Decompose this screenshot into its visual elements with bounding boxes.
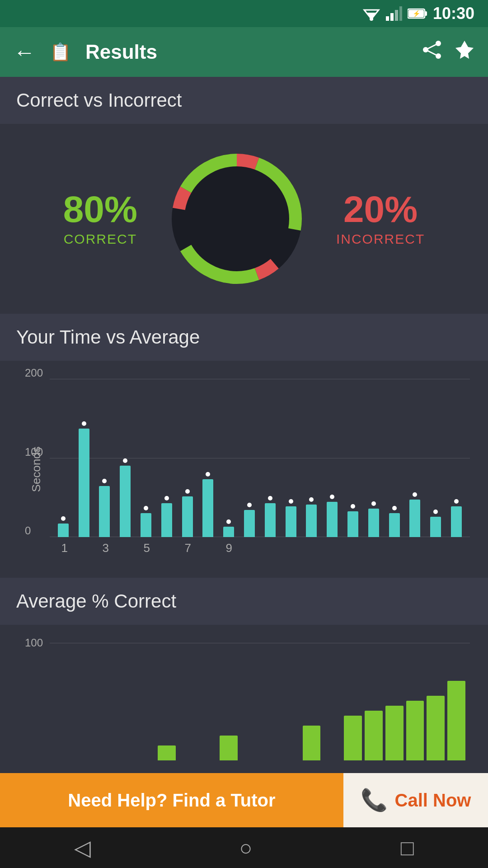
avg-chart-inner: 100 xyxy=(50,643,470,769)
bar-dot xyxy=(102,479,107,483)
avg-bar xyxy=(220,736,238,760)
bar-dot xyxy=(371,501,376,506)
bar-group xyxy=(158,379,176,537)
x-label: 1 xyxy=(54,541,75,555)
bar xyxy=(409,500,420,537)
bar xyxy=(306,505,317,537)
avg-bar xyxy=(303,726,321,760)
bar-group xyxy=(344,379,362,537)
bar-dot xyxy=(164,496,169,500)
bar-dot xyxy=(309,497,314,502)
x-label xyxy=(383,541,404,555)
avg-bar xyxy=(365,711,383,760)
avg-correct-title: Average % Correct xyxy=(16,590,472,612)
incorrect-label: 20% INCORRECT xyxy=(336,191,425,247)
phone-icon: 📞 xyxy=(361,788,388,813)
avg-section: 100 xyxy=(0,625,488,774)
bar xyxy=(430,517,441,537)
incorrect-text: INCORRECT xyxy=(336,231,425,247)
pin-icon[interactable] xyxy=(455,40,474,64)
toolbar-actions xyxy=(422,40,474,64)
bar xyxy=(202,479,213,537)
bar xyxy=(286,506,296,537)
y-value-100: 100 xyxy=(25,446,43,458)
wifi-icon xyxy=(362,6,380,21)
find-tutor-button[interactable]: Need Help? Find a Tutor xyxy=(0,773,343,827)
bar-dot xyxy=(454,499,459,504)
bar xyxy=(141,513,151,537)
call-now-label: Call Now xyxy=(395,790,471,811)
bar-dot xyxy=(144,506,148,510)
signal-icon xyxy=(386,6,402,21)
time-vs-average-header: Your Time vs Average xyxy=(0,314,488,361)
nav-back-button[interactable]: ◁ xyxy=(74,835,91,860)
back-button[interactable]: ← xyxy=(14,40,35,65)
time-display: 10:30 xyxy=(433,4,474,23)
status-icons: ⚡ 10:30 xyxy=(362,4,474,23)
nav-bar: ◁ ○ □ xyxy=(0,827,488,868)
time-chart-section: Seconds 200 100 0 13579 xyxy=(0,361,488,578)
svg-text:⚡: ⚡ xyxy=(412,10,420,18)
bar xyxy=(368,509,379,537)
bar-group xyxy=(220,379,238,537)
avg-bar xyxy=(406,701,424,760)
status-bar: ⚡ 10:30 xyxy=(0,0,488,27)
svg-rect-4 xyxy=(390,13,394,21)
time-vs-average-title: Your Time vs Average xyxy=(16,326,472,348)
avg-bar xyxy=(158,745,176,760)
bar xyxy=(451,506,462,537)
bar xyxy=(327,502,338,537)
bar-group xyxy=(178,379,197,537)
share-icon[interactable] xyxy=(422,40,442,64)
correct-vs-incorrect-header: Correct vs Incorrect xyxy=(0,77,488,124)
bar-group xyxy=(365,379,383,537)
x-label xyxy=(424,541,445,555)
bar-group xyxy=(199,379,217,537)
correct-text: CORRECT xyxy=(63,231,137,247)
bar-dot xyxy=(206,472,210,476)
y-value-200: 200 xyxy=(25,367,43,379)
bar xyxy=(223,527,234,537)
battery-icon: ⚡ xyxy=(408,7,427,20)
y-value-0: 0 xyxy=(25,524,31,537)
svg-rect-8 xyxy=(425,11,427,16)
bar-dot xyxy=(289,499,293,504)
avg-bar xyxy=(385,706,404,760)
x-label xyxy=(281,541,301,555)
toolbar: ← 📋 Results xyxy=(0,27,488,77)
x-label: 9 xyxy=(219,541,239,555)
bar-dot xyxy=(123,458,127,463)
find-tutor-label: Need Help? Find a Tutor xyxy=(68,790,275,811)
bar-group xyxy=(54,379,72,537)
bar-dot xyxy=(247,503,252,507)
avg-chart-container: 100 xyxy=(18,643,470,769)
bar xyxy=(120,466,131,537)
bar xyxy=(79,429,89,537)
correct-label: 80% CORRECT xyxy=(63,191,137,247)
bar-dot xyxy=(185,489,190,494)
bar-dot xyxy=(82,421,86,426)
bar-dot xyxy=(268,496,272,500)
x-label xyxy=(239,541,260,555)
donut-chart xyxy=(164,146,309,291)
nav-home-button[interactable]: ○ xyxy=(239,835,252,860)
bar xyxy=(244,510,255,537)
chart-inner: 200 100 0 13579 xyxy=(50,379,470,560)
svg-line-14 xyxy=(426,43,438,50)
bar-group xyxy=(137,379,155,537)
x-label xyxy=(445,541,466,555)
nav-recent-button[interactable]: □ xyxy=(401,835,414,860)
bar xyxy=(58,524,69,537)
avg-bar xyxy=(344,716,362,760)
page-title: Results xyxy=(85,41,411,63)
bottom-banner: Need Help? Find a Tutor 📞 Call Now xyxy=(0,773,488,827)
bar xyxy=(347,511,358,537)
bar-dot xyxy=(61,516,66,521)
donut-svg xyxy=(164,146,309,291)
call-now-button[interactable]: 📞 Call Now xyxy=(343,773,488,827)
x-label xyxy=(363,541,384,555)
svg-rect-3 xyxy=(386,16,389,21)
x-label xyxy=(116,541,137,555)
avg-correct-header: Average % Correct xyxy=(0,578,488,625)
bar-dot xyxy=(226,519,231,524)
